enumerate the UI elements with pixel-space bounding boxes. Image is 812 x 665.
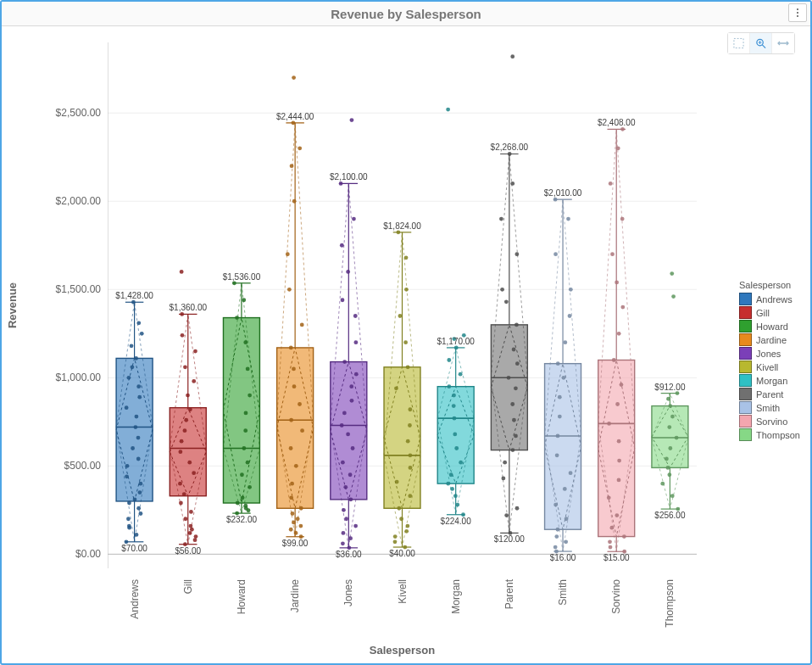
svg-point-298 [620,217,625,221]
svg-rect-18 [116,358,153,501]
svg-point-191 [398,314,403,318]
svg-point-96 [244,411,248,416]
svg-point-130 [292,199,297,204]
legend-item[interactable]: Andrews [739,293,800,305]
svg-point-187 [408,407,412,411]
svg-point-56 [194,534,198,539]
svg-point-178 [405,524,409,528]
svg-point-47 [131,300,136,305]
svg-point-177 [404,529,409,534]
svg-point-63 [182,492,186,496]
svg-point-319 [666,397,670,401]
svg-point-271 [553,252,558,256]
svg-point-269 [568,314,572,318]
legend-item[interactable]: Morgan [739,374,800,387]
svg-point-265 [558,395,562,400]
legend-title: Salesperson [739,280,800,290]
x-tick-label: Jones [342,579,354,606]
svg-point-280 [622,550,626,554]
svg-rect-224 [491,325,527,450]
svg-point-119 [294,464,298,468]
svg-point-24 [126,517,131,521]
svg-point-243 [499,217,503,221]
svg-point-286 [607,495,611,500]
svg-point-244 [510,182,514,186]
legend-item[interactable]: Kivell [739,360,800,373]
svg-point-182 [395,480,399,484]
svg-point-124 [292,384,297,388]
svg-rect-107 [277,348,314,508]
svg-point-219 [446,108,450,112]
svg-point-213 [447,384,451,388]
legend-item[interactable]: Parent [739,388,800,400]
svg-point-229 [501,476,505,480]
pan-tool-button[interactable] [772,33,794,53]
legend-label: Sorvino [756,416,787,427]
svg-point-102 [232,281,236,285]
svg-point-259 [553,503,558,507]
svg-point-264 [558,415,562,419]
svg-point-133 [291,120,295,125]
svg-point-91 [247,485,252,489]
legend-swatch [739,388,752,400]
svg-point-64 [178,482,182,486]
select-tool-button[interactable] [728,33,750,53]
svg-point-230 [503,461,507,465]
svg-point-97 [247,394,252,398]
plot-area[interactable]: $1,428.00$70.00$1,360.00$56.00$1,536.00$… [108,42,697,568]
svg-point-134 [292,75,296,80]
svg-point-123 [298,402,302,406]
x-tick-label: Smith [557,579,569,606]
svg-point-282 [608,539,612,544]
legend-label: Jardine [756,335,787,345]
legend-swatch [739,401,752,414]
svg-point-238 [512,348,516,352]
legend-item[interactable]: Jardine [739,333,800,346]
legend-label: Jones [756,349,781,359]
legend-label: Andrews [756,294,793,305]
zoom-tool-button[interactable] [750,33,772,53]
y-tick-label: $2,000.00 [56,195,101,207]
legend-item[interactable]: Jones [739,347,800,360]
svg-point-176 [393,534,398,539]
svg-point-270 [569,288,573,292]
svg-point-234 [510,402,514,406]
svg-point-189 [406,365,410,369]
legend-item[interactable]: Gill [739,306,800,319]
legend-label: Gill [756,308,770,318]
svg-point-308 [676,507,680,511]
legend-item[interactable]: Howard [739,320,800,332]
legend-label: Thompson [756,430,800,440]
legend-item[interactable]: Sorvino [739,415,800,428]
svg-point-67 [178,450,182,454]
options-menu-button[interactable] [788,3,807,22]
svg-point-62 [179,501,183,506]
svg-point-253 [554,550,559,554]
svg-point-322 [670,271,674,276]
svg-point-141 [347,545,351,550]
svg-rect-278 [598,360,635,536]
legend-swatch [739,333,752,346]
svg-point-246 [510,54,514,59]
svg-point-162 [341,298,345,302]
svg-point-217 [452,337,456,341]
svg-point-216 [454,346,459,350]
svg-point-127 [300,322,304,327]
svg-point-261 [569,471,573,475]
svg-point-315 [675,436,679,440]
svg-point-120 [289,446,293,450]
svg-point-158 [354,372,359,377]
chart-frame: Revenue by Salesperson Revenue $0.00$500… [0,0,812,665]
svg-point-156 [350,399,354,403]
svg-point-36 [133,425,137,429]
svg-point-92 [240,472,244,477]
legend-label: Parent [756,389,783,400]
svg-point-32 [125,464,130,468]
svg-point-38 [125,405,129,410]
svg-point-254 [553,545,558,550]
svg-point-268 [563,340,567,344]
svg-point-232 [514,434,518,439]
legend-item[interactable]: Thompson [739,428,800,441]
legend-item[interactable]: Smith [739,401,800,414]
svg-point-126 [289,346,293,350]
